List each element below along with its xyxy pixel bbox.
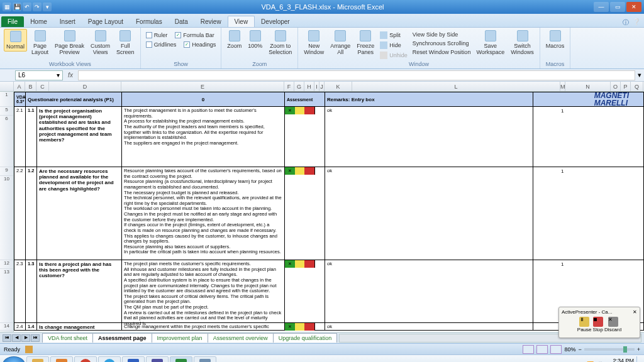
sheet-last-icon[interactable]: ⏭ [31, 334, 40, 342]
split-button[interactable]: Split [379, 31, 409, 40]
table-row[interactable]: 2.2 1.2 Are the necessary resources plan… [14, 167, 644, 260]
col-A[interactable]: A [14, 82, 25, 91]
close-button[interactable]: ✕ [626, 2, 641, 12]
select-all-button[interactable] [0, 82, 14, 91]
undo-icon[interactable]: ↶ [23, 3, 31, 11]
taskbar-explorer[interactable] [26, 356, 49, 363]
sheet-next-icon[interactable]: ▶ [21, 334, 30, 342]
grid[interactable]: MAGNETIMARELLI VDA 6.3* Questionaire pot… [14, 92, 644, 332]
side-by-side-button[interactable]: View Side by Side [411, 31, 472, 38]
sheet-tab[interactable]: VDA front sheet [42, 333, 93, 343]
developer-tab[interactable]: Developer [255, 16, 296, 27]
taskbar-app1[interactable] [146, 356, 169, 363]
table-row[interactable]: 2.1 1.1 Is the project organisation (pro… [14, 107, 644, 167]
sheet-tab[interactable]: Upgrade qualification [273, 333, 338, 343]
zoom-out-icon[interactable]: − [578, 346, 581, 353]
col-G[interactable]: G [294, 82, 304, 91]
macro-record-icon[interactable] [25, 346, 33, 353]
page-break-view-icon[interactable] [550, 345, 562, 354]
formula-input[interactable] [78, 70, 635, 80]
minimize-button[interactable]: — [594, 2, 609, 12]
save-icon[interactable]: 💾 [13, 3, 21, 11]
formulas-tab[interactable]: Formulas [130, 16, 169, 27]
taskbar-chrome[interactable] [74, 356, 97, 363]
help-icon[interactable]: ❔ [633, 18, 640, 27]
col-O[interactable]: O [611, 82, 621, 91]
gridlines-checkbox[interactable]: Gridlines [145, 41, 178, 48]
zoom-slider[interactable] [584, 348, 635, 351]
name-box[interactable]: L6▾ [15, 70, 63, 80]
col-D[interactable]: D [49, 82, 121, 91]
ap-close-icon[interactable]: ✕ [633, 309, 637, 315]
zoom-button[interactable]: Zoom [225, 29, 243, 50]
col-Q[interactable]: Q [631, 82, 643, 91]
file-tab[interactable]: File [1, 16, 24, 27]
zoom-selection-button[interactable]: Zoom to Selection [267, 29, 294, 57]
pagelayout-tab[interactable]: Page Layout [82, 16, 130, 27]
review-tab[interactable]: Review [194, 16, 228, 27]
col-L[interactable]: L [352, 82, 560, 91]
col-N[interactable]: N [565, 82, 611, 91]
sheet-tab[interactable]: Improvement plan [152, 333, 208, 343]
reset-window-button[interactable]: Reset Window Position [411, 48, 472, 56]
formula-expand-icon[interactable]: ▾ [635, 71, 644, 79]
full-screen-button[interactable]: Full Screen [114, 29, 136, 57]
ap-stop-button[interactable]: ⏹Stop [593, 317, 603, 332]
maximize-button[interactable]: ▭ [610, 2, 625, 12]
col-B[interactable]: B [25, 82, 36, 91]
ap-pause-button[interactable]: ⏸Pause [577, 317, 592, 332]
freeze-panes-button[interactable]: Freeze Panes [355, 29, 376, 57]
col-C[interactable]: C [36, 82, 49, 91]
col-E[interactable]: E [121, 82, 284, 91]
headings-checkbox[interactable]: ✓Headings [182, 41, 217, 48]
taskbar-outlook[interactable] [50, 356, 73, 363]
home-tab[interactable]: Home [24, 16, 53, 27]
page-layout-view-icon[interactable] [536, 345, 548, 354]
page-layout-button[interactable]: Page Layout [30, 29, 50, 57]
zoom-in-icon[interactable]: + [637, 346, 640, 353]
col-I[interactable]: I [314, 82, 319, 91]
save-workspace-button[interactable]: Save Workspace [474, 29, 506, 57]
sheet-tab[interactable]: Assessment page [92, 333, 152, 343]
taskbar-app2[interactable] [194, 356, 216, 363]
sheet-prev-icon[interactable]: ◀ [12, 334, 21, 342]
redo-icon[interactable]: ↷ [33, 3, 42, 11]
switch-windows-button[interactable]: Switch Windows [509, 29, 536, 57]
col-K[interactable]: K [325, 82, 352, 91]
col-F[interactable]: F [284, 82, 294, 91]
col-M[interactable]: M [560, 82, 565, 91]
taskbar-skype[interactable] [98, 356, 121, 363]
new-window-button[interactable]: New Window [302, 29, 326, 57]
view-tab[interactable]: View [228, 16, 255, 27]
show-desktop-button[interactable] [636, 356, 641, 363]
col-J[interactable]: J [319, 82, 325, 91]
sync-scroll-button[interactable]: Synchronous Scrolling [411, 40, 472, 47]
page-break-button[interactable]: Page Break Preview [53, 29, 86, 57]
fx-button[interactable]: fx [65, 72, 75, 79]
normal-view-button[interactable]: Normal [4, 29, 27, 52]
insert-tab[interactable]: Insert [53, 16, 82, 27]
custom-views-button[interactable]: Custom Views [89, 29, 112, 57]
ribbon-minimize-icon[interactable]: ⓘ [623, 18, 629, 27]
col-H[interactable]: H [304, 82, 314, 91]
sheet-tab[interactable]: Assessment overview [208, 333, 274, 343]
hide-button[interactable]: Hide [379, 41, 409, 50]
col-P[interactable]: P [621, 82, 631, 91]
sheet-first-icon[interactable]: ⏮ [3, 334, 11, 342]
qat-more-icon[interactable]: ▾ [43, 3, 52, 11]
hundred-button[interactable]: 100% [246, 29, 264, 50]
table-row[interactable]: 2.3 1.3 Is there a project plan and has … [14, 260, 644, 323]
arrange-all-button[interactable]: Arrange All [328, 29, 352, 57]
unhide-button[interactable]: Unhide [379, 51, 409, 60]
data-tab[interactable]: Data [169, 16, 194, 27]
taskbar-word[interactable] [122, 356, 145, 363]
sheet-area[interactable]: 156910121314 MAGNETIMARELLI VDA 6.3* Que… [0, 92, 644, 332]
formula-bar-checkbox[interactable]: ✓Formula Bar [174, 31, 216, 39]
ap-discard-button[interactable]: ✕Discard [604, 317, 621, 332]
normal-view-icon[interactable] [523, 345, 534, 354]
start-button[interactable] [3, 356, 25, 363]
taskbar-excel[interactable] [170, 356, 192, 363]
ruler-checkbox[interactable]: Ruler [145, 31, 169, 39]
table-row[interactable]: 2.4 1.4 Is change management Change mana… [14, 323, 644, 331]
clock-time[interactable]: 2:34 PM [606, 358, 634, 362]
